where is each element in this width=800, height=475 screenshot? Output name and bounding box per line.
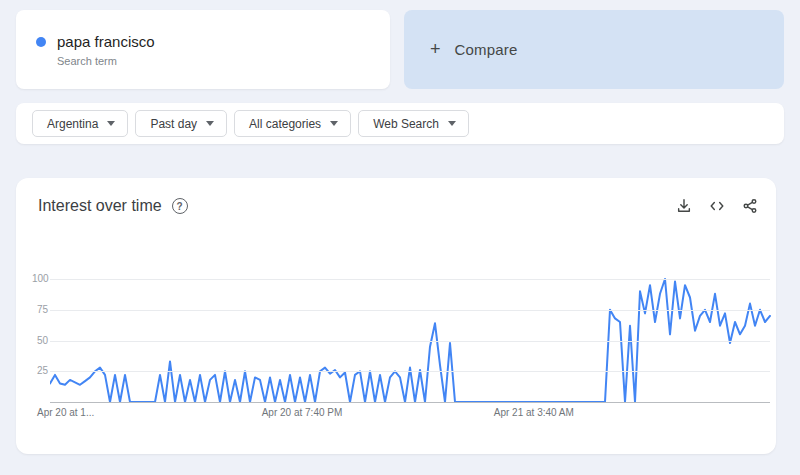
chevron-down-icon bbox=[206, 121, 214, 126]
search-term-subtitle: Search term bbox=[57, 55, 155, 67]
x-axis-tick-label: Apr 20 at 7:40 PM bbox=[262, 407, 343, 418]
y-gridline bbox=[50, 371, 770, 372]
y-axis-tick-label: 50 bbox=[32, 335, 48, 347]
download-icon[interactable] bbox=[674, 196, 694, 216]
search-term-text: papa francisco Search term bbox=[57, 32, 155, 67]
compare-card[interactable]: + Compare bbox=[404, 10, 784, 89]
trend-line bbox=[50, 270, 771, 403]
chart-title: Interest over time bbox=[38, 197, 162, 215]
interest-over-time-card: Interest over time ? 100755025Apr 20 at … bbox=[16, 178, 776, 454]
search-term-label: papa francisco bbox=[57, 32, 155, 52]
y-gridline bbox=[50, 310, 770, 311]
search-term-card[interactable]: papa francisco Search term bbox=[16, 10, 390, 89]
series-color-dot-icon bbox=[36, 37, 46, 47]
category-filter-label: All categories bbox=[249, 117, 321, 131]
y-axis-tick-label: 100 bbox=[32, 273, 48, 285]
chevron-down-icon bbox=[107, 121, 115, 126]
help-icon[interactable]: ? bbox=[172, 198, 188, 214]
filter-bar: Argentina Past day All categories Web Se… bbox=[16, 103, 784, 144]
chevron-down-icon bbox=[330, 121, 338, 126]
compare-label: Compare bbox=[455, 41, 518, 58]
share-icon[interactable] bbox=[740, 196, 760, 216]
search-type-filter-dropdown[interactable]: Web Search bbox=[358, 110, 469, 137]
plus-icon: + bbox=[430, 39, 441, 60]
chevron-down-icon bbox=[448, 121, 456, 126]
geo-filter-label: Argentina bbox=[47, 117, 98, 131]
y-gridline bbox=[50, 341, 770, 342]
time-filter-label: Past day bbox=[150, 117, 197, 131]
trends-explore-page: papa francisco Search term + Compare Arg… bbox=[0, 0, 800, 475]
chart-header: Interest over time ? bbox=[38, 197, 188, 215]
y-axis-tick-label: 75 bbox=[32, 304, 48, 316]
y-axis-tick-label: 25 bbox=[32, 365, 48, 377]
x-axis-tick-label: Apr 21 at 3:40 AM bbox=[494, 407, 574, 418]
time-filter-dropdown[interactable]: Past day bbox=[135, 110, 227, 137]
chart-actions bbox=[674, 196, 760, 216]
x-axis-tick-label: Apr 20 at 1... bbox=[37, 407, 94, 418]
trend-chart-plot[interactable]: 100755025Apr 20 at 1...Apr 20 at 7:40 PM… bbox=[32, 270, 776, 425]
y-gridline bbox=[50, 279, 770, 280]
category-filter-dropdown[interactable]: All categories bbox=[234, 110, 351, 137]
filter-row: Argentina Past day All categories Web Se… bbox=[16, 103, 784, 144]
search-type-filter-label: Web Search bbox=[373, 117, 439, 131]
embed-icon[interactable] bbox=[707, 196, 727, 216]
compare-content: + Compare bbox=[404, 10, 784, 89]
search-term-content: papa francisco Search term bbox=[16, 10, 390, 89]
x-axis-baseline bbox=[50, 402, 770, 403]
geo-filter-dropdown[interactable]: Argentina bbox=[32, 110, 128, 137]
